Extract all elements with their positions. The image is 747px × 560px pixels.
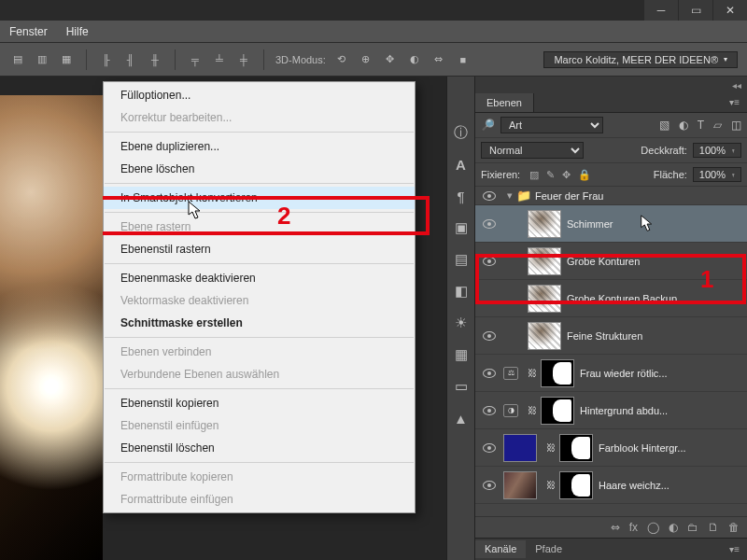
fill-value[interactable]: 100% xyxy=(693,167,741,182)
lock-transparent-icon[interactable]: ▨ xyxy=(529,169,539,181)
layer-mask-button[interactable]: ◯ xyxy=(647,521,659,534)
layer-filter-type[interactable]: Art xyxy=(500,117,603,133)
layer-mask-thumbnail[interactable] xyxy=(541,397,574,425)
histogram-panel-icon[interactable]: ▲ xyxy=(452,409,471,427)
distribute-icon-3[interactable]: ╫ xyxy=(147,51,163,68)
panel-tab-layers[interactable]: Ebenen xyxy=(475,93,534,112)
layer-effects-button[interactable]: fx xyxy=(629,521,638,534)
layer-name[interactable]: Farblook Hintergr... xyxy=(599,442,686,454)
layer-mask-thumbnail[interactable] xyxy=(559,434,593,462)
distribute-icon-5[interactable]: ╧ xyxy=(211,51,228,68)
ctx-delete-layer[interactable]: Ebene löschen xyxy=(104,158,415,180)
distribute-icon-4[interactable]: ╤ xyxy=(187,51,204,68)
ctx-create-clipping-mask[interactable]: Schnittmaske erstellen xyxy=(104,312,415,334)
layer-mask-thumbnail[interactable] xyxy=(559,471,593,499)
layer-row[interactable]: ◑ ⛓ Hintergrund abdu... xyxy=(475,392,747,429)
align-icon[interactable]: ▤ xyxy=(9,51,26,68)
window-close-button[interactable]: ✕ xyxy=(713,0,747,21)
layer-filter-row: 🔎 Art ▧ ◐ T ▱ ◫ xyxy=(475,113,747,138)
new-layer-button[interactable]: 🗋 xyxy=(708,521,719,534)
filter-adjust-icon[interactable]: ◐ xyxy=(679,119,688,132)
visibility-toggle-icon[interactable] xyxy=(483,481,496,490)
canvas[interactable]: Fülloptionen... Korrektur bearbeiten... … xyxy=(0,77,446,560)
layer-row[interactable]: ⚖ ⛓ Frau wieder rötlic... xyxy=(475,355,747,392)
menu-window[interactable]: Fenster xyxy=(9,25,48,38)
window-titlebar: ─ ▭ ✕ xyxy=(0,0,747,21)
mode3d-icon-6[interactable]: ■ xyxy=(455,51,472,68)
visibility-toggle-icon[interactable] xyxy=(483,369,496,378)
paragraph-panel-icon[interactable]: ¶ xyxy=(452,187,471,205)
align-icon-3[interactable]: ▦ xyxy=(58,51,75,68)
delete-layer-button[interactable]: 🗑 xyxy=(728,521,740,534)
adjustment-layer-button[interactable]: ◐ xyxy=(669,521,678,534)
ctx-copy-style[interactable]: Ebenenstil kopieren xyxy=(104,392,415,414)
ctx-duplicate-layer[interactable]: Ebene duplizieren... xyxy=(104,135,415,158)
ctx-disable-layer-mask[interactable]: Ebenenmaske deaktivieren xyxy=(104,267,415,289)
layer-name[interactable]: Hintergrund abdu... xyxy=(580,405,668,416)
blend-mode-select[interactable]: Normal xyxy=(481,142,584,159)
distribute-icon-6[interactable]: ╪ xyxy=(235,51,252,68)
lock-label: Fixieren: xyxy=(481,169,520,180)
layer-thumbnail[interactable] xyxy=(503,434,537,462)
layer-row-schimmer[interactable]: Schimmer xyxy=(475,205,747,243)
visibility-toggle-icon[interactable] xyxy=(483,331,496,341)
lock-all-icon[interactable]: 🔒 xyxy=(578,169,591,181)
channels-tab[interactable]: Kanäle xyxy=(475,540,526,558)
panel-collapse-toggle[interactable]: ◂◂ xyxy=(475,77,747,93)
ctx-clear-style[interactable]: Ebenenstil löschen xyxy=(104,437,415,459)
ctx-fill-options[interactable]: Fülloptionen... xyxy=(104,84,415,106)
align-icon-2[interactable]: ▥ xyxy=(34,51,50,68)
mode3d-icon-5[interactable]: ⇔ xyxy=(430,51,447,68)
distribute-icon[interactable]: ╟ xyxy=(98,51,115,68)
layer-group-header[interactable]: ▾ 📁 Feuer der Frau xyxy=(475,187,747,205)
mode3d-icon-2[interactable]: ⊕ xyxy=(358,51,374,68)
mode3d-icon-3[interactable]: ✥ xyxy=(382,51,399,68)
layer-row[interactable]: ⛓ Farblook Hintergr... xyxy=(475,429,747,467)
link-layers-button[interactable]: ⇔ xyxy=(611,521,620,534)
new-group-button[interactable]: 🗀 xyxy=(687,521,698,534)
visibility-toggle-icon[interactable] xyxy=(483,219,496,229)
paths-tab[interactable]: Pfade xyxy=(526,540,571,558)
window-maximize-button[interactable]: ▭ xyxy=(679,0,712,21)
opacity-value[interactable]: 100% xyxy=(693,143,741,158)
menu-help[interactable]: Hilfe xyxy=(66,25,89,38)
branding-badge[interactable]: Marco Kolditz, MEER DER IDEEN®▾ xyxy=(543,51,738,68)
layer-thumbnail[interactable] xyxy=(528,322,561,350)
layer-row[interactable]: Feine Strukturen xyxy=(475,317,747,355)
bottom-panel-menu[interactable]: ▾≡ xyxy=(722,540,747,558)
lock-pixels-icon[interactable]: ✎ xyxy=(546,169,555,181)
grid-panel-icon[interactable]: ▦ xyxy=(452,345,471,364)
mode3d-icon-1[interactable]: ⟲ xyxy=(333,51,350,68)
info-panel-icon[interactable]: ⓘ xyxy=(452,123,471,142)
layer-name[interactable]: Feine Strukturen xyxy=(567,330,642,342)
styles-panel-icon[interactable]: ▤ xyxy=(452,250,471,269)
layer-name[interactable]: Haare weichz... xyxy=(599,480,669,491)
filter-shape-icon[interactable]: ▱ xyxy=(713,119,722,132)
layer-context-menu: Fülloptionen... Korrektur bearbeiten... … xyxy=(103,81,416,513)
color-panel-icon[interactable]: ☀ xyxy=(452,314,471,332)
adjustments-panel-icon[interactable]: ▣ xyxy=(452,218,471,237)
filter-type-icon[interactable]: T xyxy=(698,119,704,132)
panel-menu-button[interactable]: ▾≡ xyxy=(722,93,747,112)
layer-name[interactable]: Frau wieder rötlic... xyxy=(580,368,668,379)
filter-pixel-icon[interactable]: ▧ xyxy=(659,119,669,132)
layer-mask-thumbnail[interactable] xyxy=(541,359,574,387)
mode3d-icon-4[interactable]: ◐ xyxy=(406,51,423,68)
window-minimize-button[interactable]: ─ xyxy=(644,0,678,21)
layer-thumbnail[interactable] xyxy=(503,471,537,499)
ctx-select-linked: Verbundene Ebenen auswählen xyxy=(104,363,415,385)
navigator-panel-icon[interactable]: ▭ xyxy=(452,377,471,396)
visibility-toggle-icon[interactable] xyxy=(483,406,496,415)
filter-smart-icon[interactable]: ◫ xyxy=(731,119,741,132)
link-icon: ⛓ xyxy=(528,368,537,378)
distribute-icon-2[interactable]: ╢ xyxy=(122,51,139,68)
lock-position-icon[interactable]: ✥ xyxy=(562,169,571,181)
layer-name[interactable]: Schimmer xyxy=(567,218,613,230)
visibility-toggle-icon[interactable] xyxy=(483,443,496,453)
layer-row[interactable]: ⛓ Haare weichz... xyxy=(475,467,747,504)
layer-thumbnail[interactable] xyxy=(528,210,561,238)
swatches-panel-icon[interactable]: ◧ xyxy=(452,282,471,301)
ctx-rasterize-style[interactable]: Ebenenstil rastern xyxy=(104,238,415,260)
visibility-toggle-icon[interactable] xyxy=(483,191,496,201)
character-panel-icon[interactable]: A xyxy=(452,155,471,174)
